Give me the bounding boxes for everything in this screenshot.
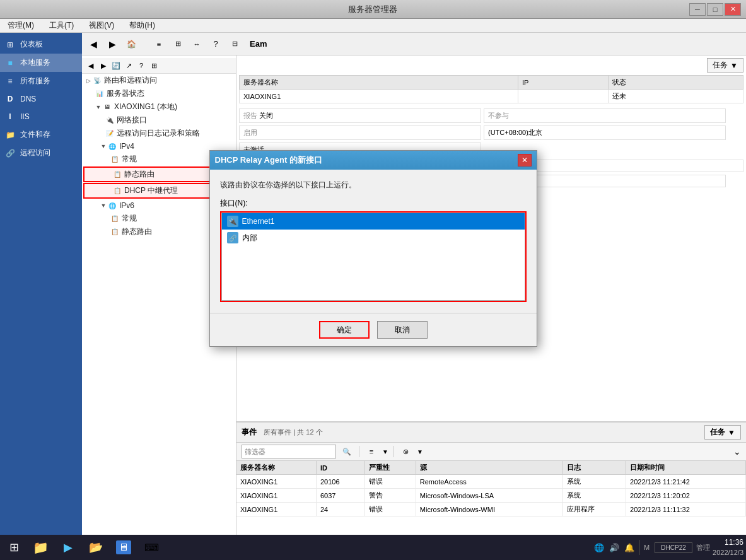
interface-internal[interactable]: 🔗 内部 bbox=[222, 230, 525, 246]
taskbar-app-keyboard[interactable]: ⌨ bbox=[139, 537, 164, 558]
dialog-titlebar: DHCP Relay Agent 的新接口 ✕ bbox=[210, 151, 537, 170]
minimize-button[interactable]: ─ bbox=[689, 3, 706, 16]
list-view-button[interactable]: ≡ bbox=[150, 35, 168, 53]
ipv4-icon: 🌐 bbox=[107, 141, 117, 151]
server-taskbar-icon: 🖥 bbox=[116, 540, 131, 554]
expand-icon-ipv4: ▼ bbox=[100, 143, 107, 150]
filter-input[interactable] bbox=[242, 445, 336, 458]
menu-help[interactable]: 帮助(H) bbox=[127, 20, 158, 31]
network-interface-icon: 🔌 bbox=[105, 115, 115, 125]
menu-tools[interactable]: 工具(T) bbox=[47, 20, 76, 31]
col-server-name: 服务器名称 bbox=[240, 76, 518, 90]
tree-item-network-interface[interactable]: 🔌 网络接口 bbox=[82, 114, 236, 127]
ok-button[interactable]: 确定 bbox=[319, 321, 370, 339]
help-button[interactable]: ? bbox=[207, 35, 224, 53]
task-dropdown-arrow: ▼ bbox=[730, 61, 738, 70]
cancel-button[interactable]: 取消 bbox=[377, 321, 428, 339]
dhcp-dialog: DHCP Relay Agent 的新接口 ✕ 该路由协议在你选择的以下接口上运… bbox=[209, 150, 537, 347]
interface-list: 🔌 Ethernet1 🔗 内部 bbox=[221, 213, 525, 301]
tree-filter-btn[interactable]: ? bbox=[135, 59, 148, 72]
app-title: 服务器管理器 bbox=[55, 4, 689, 15]
split-button[interactable]: ⊟ bbox=[226, 35, 243, 53]
tree-item-remote-log[interactable]: 📝 远程访问日志记录和策略 bbox=[82, 127, 236, 140]
expand-btn[interactable]: ⌄ bbox=[733, 446, 741, 457]
sidebar-item-local-service[interactable]: ■ 本地服务 bbox=[0, 54, 82, 72]
pause-arrow[interactable]: ▼ bbox=[417, 448, 423, 455]
expand-icon-ipv6: ▼ bbox=[100, 202, 107, 209]
task-dropdown[interactable]: 任务 ▼ bbox=[707, 58, 743, 73]
ethernet1-icon: 🔌 bbox=[227, 216, 238, 227]
taskbar-app-server[interactable]: 🖥 bbox=[111, 537, 136, 558]
home-button[interactable]: 🏠 bbox=[122, 35, 140, 53]
menu-manage[interactable]: 管理(M) bbox=[5, 20, 37, 31]
detail-view-button[interactable]: ⊞ bbox=[169, 35, 187, 53]
sidebar-item-dns[interactable]: D DNS bbox=[0, 90, 82, 108]
sidebar: ⊞ 仪表板 ■ 本地服务 ≡ 所有服务 D DNS I IIS 📁 文件和存 bbox=[0, 33, 82, 560]
forward-button[interactable]: ▶ bbox=[103, 35, 121, 53]
expand-icon: ▷ bbox=[85, 77, 92, 85]
taskbar-time-area[interactable]: 11:36 2022/12/3 bbox=[713, 537, 743, 557]
taskbar-app-files[interactable]: 📂 bbox=[83, 537, 108, 558]
nav-tree-button[interactable]: ↔ bbox=[188, 35, 206, 53]
col-log: 日志 bbox=[562, 461, 626, 475]
taskbar-app-explorer[interactable]: 📁 bbox=[28, 537, 53, 558]
server-icon: 🖥 bbox=[102, 102, 112, 112]
tree-item-server[interactable]: ▼ 🖥 XIAOXING1 (本地) bbox=[82, 100, 236, 114]
dashboard-icon: ⊞ bbox=[5, 40, 15, 50]
details-table: 服务器名称 IP 状态 XIAOXING1 还未 bbox=[239, 75, 743, 103]
back-button[interactable]: ◀ bbox=[85, 35, 102, 53]
remote-icon: 🔗 bbox=[5, 148, 15, 158]
filter-search-btn[interactable]: 🔍 bbox=[340, 445, 354, 458]
interface-label: 接口(N): bbox=[220, 198, 527, 209]
table-row: XIAOXING124错误Microsoft-Windows-WMI应用程序20… bbox=[236, 503, 746, 516]
dialog-title: DHCP Relay Agent 的新接口 bbox=[215, 155, 322, 166]
col-status: 状态 bbox=[609, 76, 743, 90]
static-route-icon: 📋 bbox=[112, 170, 122, 180]
col-source: 源 bbox=[416, 461, 562, 475]
events-task-dropdown[interactable]: 任务 ▼ bbox=[704, 425, 741, 440]
start-button[interactable]: ⊞ bbox=[3, 537, 25, 558]
col-datetime: 日期和时间 bbox=[626, 461, 746, 475]
list-arrow[interactable]: ▼ bbox=[382, 448, 388, 455]
powershell-icon: ▶ bbox=[64, 540, 73, 554]
tree-forward-btn[interactable]: ▶ bbox=[97, 59, 110, 72]
pause-btn[interactable]: ⊚ bbox=[399, 445, 413, 458]
close-button[interactable]: ✕ bbox=[725, 3, 741, 16]
taskbar-app-powershell[interactable]: ▶ bbox=[55, 537, 81, 558]
tree-refresh-btn[interactable]: 🔄 bbox=[110, 59, 122, 72]
keyboard-icon: ⌨ bbox=[144, 542, 159, 554]
dhcp-tray[interactable]: DHCP22 bbox=[655, 542, 692, 553]
remote-log-icon: 📝 bbox=[105, 129, 115, 139]
notification-tray-icon[interactable]: 🔔 bbox=[623, 541, 636, 554]
tree-export-btn[interactable]: ↗ bbox=[122, 59, 135, 72]
list-btn[interactable]: ≡ bbox=[364, 445, 378, 458]
sidebar-item-all-services[interactable]: ≡ 所有服务 bbox=[0, 72, 82, 90]
routing-icon: 📡 bbox=[92, 76, 102, 86]
sidebar-item-remote[interactable]: 🔗 远程访问 bbox=[0, 144, 82, 162]
tree-grid-btn[interactable]: ⊞ bbox=[148, 59, 160, 72]
ipv6-icon: 🌐 bbox=[107, 201, 117, 211]
taskbar-right: 🌐 🔊 🔔 M DHCP22 管理 11:36 2022/12/3 bbox=[593, 537, 743, 557]
ipv4-general-icon: 📋 bbox=[110, 155, 120, 165]
volume-tray-icon[interactable]: 🔊 bbox=[608, 541, 621, 554]
dialog-body: 该路由协议在你选择的以下接口上运行。 接口(N): 🔌 Ethernet1 🔗 … bbox=[210, 170, 537, 313]
tree-back-btn[interactable]: ◀ bbox=[85, 59, 97, 72]
col-ip: IP bbox=[518, 76, 608, 90]
tray-text: M bbox=[644, 544, 650, 551]
dhcp-relay-icon: 📋 bbox=[112, 186, 122, 196]
maximize-button[interactable]: □ bbox=[707, 3, 723, 16]
dialog-close-button[interactable]: ✕ bbox=[518, 154, 532, 166]
menu-view[interactable]: 视图(V) bbox=[86, 20, 117, 31]
network-tray-icon[interactable]: 🌐 bbox=[593, 541, 605, 554]
tree-item-routing[interactable]: ▷ 📡 路由和远程访问 bbox=[82, 74, 236, 87]
interface-ethernet1[interactable]: 🔌 Ethernet1 bbox=[222, 213, 525, 230]
ipv6-general-icon: 📋 bbox=[110, 214, 120, 224]
tree-item-server-status[interactable]: 📊 服务器状态 bbox=[82, 87, 236, 100]
ipv6-static-route-icon: 📋 bbox=[110, 227, 120, 237]
sidebar-item-iis[interactable]: I IIS bbox=[0, 108, 82, 125]
toolbar: ◀ ▶ 🏠 ≡ ⊞ ↔ ? ⊟ Eam bbox=[82, 33, 746, 55]
iis-icon: I bbox=[5, 112, 15, 122]
sidebar-item-dashboard[interactable]: ⊞ 仪表板 bbox=[0, 35, 82, 54]
prop-report: 报告 关闭 bbox=[239, 108, 481, 123]
sidebar-item-files[interactable]: 📁 文件和存 bbox=[0, 125, 82, 144]
